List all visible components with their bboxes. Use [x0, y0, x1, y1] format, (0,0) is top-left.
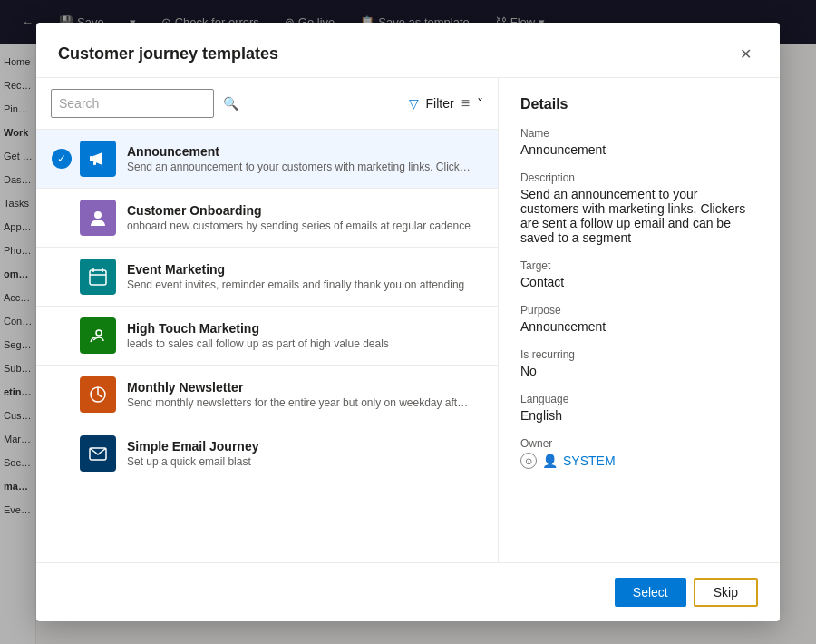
- newsletter-icon: [80, 376, 116, 413]
- event-info: Event Marketing Send event invites, remi…: [127, 262, 483, 291]
- customer-journey-modal: Customer journey templates ✕ 🔍 ▽ Filter …: [36, 23, 780, 621]
- modal-close-button[interactable]: ✕: [733, 41, 758, 66]
- modal-header: Customer journey templates ✕: [36, 23, 780, 78]
- hightouch-icon: [80, 317, 116, 354]
- modal-title: Customer journey templates: [58, 44, 278, 63]
- svg-point-7: [96, 330, 102, 336]
- detail-target-value: Contact: [520, 275, 758, 289]
- sort-icon[interactable]: ≡: [461, 95, 470, 112]
- detail-description-label: Description: [520, 171, 758, 184]
- detail-purpose-field: Purpose Announcement: [520, 304, 758, 334]
- onboarding-name: Customer Onboarding: [127, 203, 483, 218]
- hightouch-info: High Touch Marketing leads to sales call…: [127, 321, 483, 350]
- detail-recurring-label: Is recurring: [520, 348, 758, 361]
- details-heading: Details: [520, 96, 758, 112]
- onboarding-desc: onboard new customers by sending series …: [127, 220, 471, 232]
- hightouch-name: High Touch Marketing: [127, 321, 483, 336]
- select-button[interactable]: Select: [615, 578, 686, 607]
- filter-label: Filter: [426, 96, 454, 111]
- event-name: Event Marketing: [127, 262, 483, 277]
- modal-footer: Select Skip: [36, 562, 780, 621]
- owner-person-icon: 👤: [542, 454, 558, 468]
- detail-name-value: Announcement: [520, 142, 758, 157]
- newsletter-desc: Send monthly newsletters for the entire …: [127, 396, 471, 409]
- filter-icon: ▽: [409, 96, 419, 111]
- search-bar: 🔍 ▽ Filter ≡ ˅: [36, 78, 498, 130]
- hightouch-desc: leads to sales call follow up as part of…: [127, 337, 471, 350]
- email-info: Simple Email Journey Set up a quick emai…: [127, 439, 483, 468]
- filter-button[interactable]: Filter: [426, 96, 454, 111]
- detail-name-field: Name Announcement: [520, 127, 758, 157]
- announcement-info: Announcement Send an announcement to you…: [127, 144, 483, 173]
- detail-purpose-label: Purpose: [520, 304, 758, 317]
- checkmark-icon: ✓: [52, 149, 72, 169]
- template-item-email[interactable]: Simple Email Journey Set up a quick emai…: [36, 424, 498, 483]
- email-name: Simple Email Journey: [127, 439, 483, 454]
- email-desc: Set up a quick email blast: [127, 455, 471, 468]
- modal-body: 🔍 ▽ Filter ≡ ˅ ✓: [36, 78, 780, 562]
- svg-rect-0: [90, 156, 93, 161]
- detail-name-label: Name: [520, 127, 758, 140]
- detail-description-field: Description Send an announcement to your…: [520, 171, 758, 245]
- search-input-wrap[interactable]: 🔍: [51, 89, 214, 118]
- filter-bar: ▽ Filter ≡ ˅: [409, 95, 483, 112]
- detail-target-label: Target: [520, 259, 758, 272]
- detail-recurring-field: Is recurring No: [520, 348, 758, 378]
- owner-name[interactable]: SYSTEM: [563, 454, 616, 468]
- newsletter-name: Monthly Newsletter: [127, 380, 483, 395]
- detail-purpose-value: Announcement: [520, 319, 758, 334]
- template-item-announcement[interactable]: ✓ Announcement Send an announcement to y…: [36, 130, 498, 189]
- filter-dropdown-icon[interactable]: ˅: [477, 96, 483, 111]
- template-item-event[interactable]: Event Marketing Send event invites, remi…: [36, 248, 498, 307]
- detail-language-value: English: [520, 408, 758, 423]
- list-panel: 🔍 ▽ Filter ≡ ˅ ✓: [36, 78, 499, 562]
- announcement-icon: [80, 141, 116, 177]
- template-list: ✓ Announcement Send an announcement to y…: [36, 130, 498, 562]
- skip-button[interactable]: Skip: [694, 578, 758, 607]
- detail-owner-value: ⊙ 👤 SYSTEM: [520, 453, 758, 469]
- detail-owner-field: Owner ⊙ 👤 SYSTEM: [520, 437, 758, 469]
- newsletter-info: Monthly Newsletter Send monthly newslett…: [127, 380, 483, 409]
- detail-owner-label: Owner: [520, 437, 758, 450]
- search-input[interactable]: [59, 96, 218, 111]
- announcement-name: Announcement: [127, 144, 483, 159]
- onboarding-icon: [80, 200, 116, 236]
- check-wrap: ✓: [51, 149, 73, 169]
- detail-language-label: Language: [520, 393, 758, 405]
- template-item-hightouch[interactable]: High Touch Marketing leads to sales call…: [36, 307, 498, 366]
- event-desc: Send event invites, reminder emails and …: [127, 278, 471, 291]
- owner-circle-icon: ⊙: [520, 453, 537, 469]
- close-icon: ✕: [740, 45, 752, 63]
- detail-language-field: Language English: [520, 393, 758, 423]
- detail-recurring-value: No: [520, 364, 758, 378]
- email-icon: [80, 435, 116, 472]
- svg-point-2: [94, 211, 102, 219]
- search-icon: 🔍: [223, 96, 238, 111]
- detail-target-field: Target Contact: [520, 259, 758, 289]
- svg-rect-1: [93, 161, 96, 165]
- svg-rect-3: [90, 270, 106, 285]
- event-icon: [80, 259, 116, 295]
- onboarding-info: Customer Onboarding onboard new customer…: [127, 203, 483, 232]
- template-item-onboarding[interactable]: Customer Onboarding onboard new customer…: [36, 189, 498, 248]
- detail-description-value: Send an announcement to your customers w…: [520, 187, 758, 245]
- details-panel: Details Name Announcement Description Se…: [499, 78, 780, 562]
- announcement-desc: Send an announcement to your customers w…: [127, 161, 471, 173]
- template-item-newsletter[interactable]: Monthly Newsletter Send monthly newslett…: [36, 366, 498, 424]
